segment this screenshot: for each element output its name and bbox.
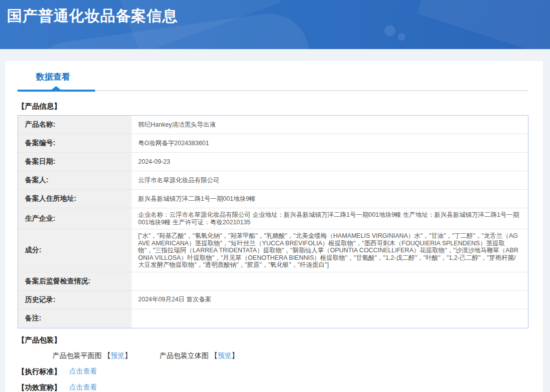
- bracket-close: 】: [232, 351, 239, 359]
- efficacy-row: 【功效宣称】 点击查看: [18, 383, 530, 392]
- table-row-registration-date: 备案日期: 2024-09-23: [18, 153, 528, 171]
- standard-row: 【执行标准】 点击查看: [18, 367, 530, 376]
- field-value: 企业名称：云浮市名草源化妆品有限公司 企业地址：新兴县新城镇万洋二路1号一期00…: [132, 208, 528, 229]
- field-label: 备案日期:: [18, 153, 132, 171]
- packaging-section-title: 【产品包装】: [18, 335, 530, 345]
- packaging-stereo-label: 产品包装立体图: [160, 351, 209, 359]
- tab-bar: 数据查看: [18, 71, 530, 92]
- page-title: 国产普通化妆品备案信息: [0, 0, 550, 27]
- packaging-flat-group: 产品包装平面图 【预览】: [53, 351, 132, 360]
- efficacy-section-title: 【功效宣称】: [18, 383, 61, 392]
- table-row-supervision: 备案后监督检查情况:: [18, 272, 528, 291]
- packaging-stereo-preview-link[interactable]: 预览: [218, 351, 232, 359]
- packaging-stereo-group: 产品包装立体图 【预览】: [160, 351, 239, 360]
- tab-caret-icon: [52, 86, 61, 90]
- table-row-registration-number: 备案编号: 粤G妆网备字2024383601: [18, 134, 528, 153]
- bracket-close: 】: [125, 351, 132, 359]
- field-label: 备案人住所地址:: [18, 190, 132, 208]
- packaging-flat-label: 产品包装平面图: [53, 351, 102, 359]
- tab-underline-active: [18, 90, 95, 92]
- tab-underline: [18, 90, 528, 92]
- efficacy-view-link[interactable]: 点击查看: [69, 383, 97, 392]
- field-value: 粤G妆网备字2024383601: [132, 134, 528, 152]
- field-value: 新兴县新城镇万洋二路1号一期001地块9幢: [132, 190, 528, 208]
- product-info-section-title: 【产品信息】: [18, 102, 530, 111]
- field-value: [132, 272, 528, 290]
- bracket-open: 【: [211, 351, 218, 359]
- header-decoration-circle: [384, 25, 395, 36]
- standard-section-title: 【执行标准】: [18, 367, 61, 376]
- table-row-manufacturer: 生产企业: 企业名称：云浮市名草源化妆品有限公司 企业地址：新兴县新城镇万洋二路…: [18, 208, 528, 229]
- bracket-open: 【: [104, 351, 111, 359]
- field-label: 生产企业:: [18, 208, 132, 229]
- table-row-product-name: 产品名称: 韩纪Hankey清洁黑头导出液: [18, 116, 528, 134]
- page-header: 国产普通化妆品备案信息: [0, 0, 550, 49]
- field-value: [132, 309, 528, 328]
- table-row-history: 历史记录: 2024年09月24日 首次备案: [18, 291, 528, 309]
- field-label: 成分:: [18, 229, 132, 272]
- table-row-registrant: 备案人: 云浮市名草源化妆品有限公司: [18, 171, 528, 190]
- field-value: 2024年09月24日 首次备案: [132, 291, 528, 309]
- packaging-preview-row: 产品包装平面图 【预览】 产品包装立体图 【预览】: [18, 351, 530, 360]
- product-info-table: 产品名称: 韩纪Hankey清洁黑头导出液 备案编号: 粤G妆网备字202438…: [18, 115, 528, 328]
- standard-view-link[interactable]: 点击查看: [69, 367, 97, 376]
- field-label: 历史记录:: [18, 291, 132, 309]
- field-label: 产品名称:: [18, 116, 132, 134]
- field-value: ["水"，"羟基乙酸"，"氢氧化钠"，"羟苯甲酯"，"乳糖酸"，"北美金缕梅（H…: [132, 229, 528, 272]
- table-row-remarks: 备注:: [18, 309, 528, 328]
- field-value: 云浮市名草源化妆品有限公司: [132, 171, 528, 189]
- field-label: 备案后监督检查情况:: [18, 272, 132, 290]
- table-row-ingredients: 成分: ["水"，"羟基乙酸"，"氢氧化钠"，"羟苯甲酯"，"乳糖酸"，"北美金…: [18, 229, 528, 272]
- content-card: 数据查看 【产品信息】 产品名称: 韩纪Hankey清洁黑头导出液 备案编号: …: [5, 61, 543, 392]
- packaging-flat-preview-link[interactable]: 预览: [111, 351, 125, 359]
- field-label: 备案人:: [18, 171, 132, 189]
- header-decoration-circle: [398, 33, 405, 41]
- field-label: 备注:: [18, 309, 132, 328]
- field-value: 2024-09-23: [132, 153, 528, 171]
- field-label: 备案编号:: [18, 134, 132, 152]
- table-row-registrant-address: 备案人住所地址: 新兴县新城镇万洋二路1号一期001地块9幢: [18, 190, 528, 208]
- field-value: 韩纪Hankey清洁黑头导出液: [132, 116, 528, 134]
